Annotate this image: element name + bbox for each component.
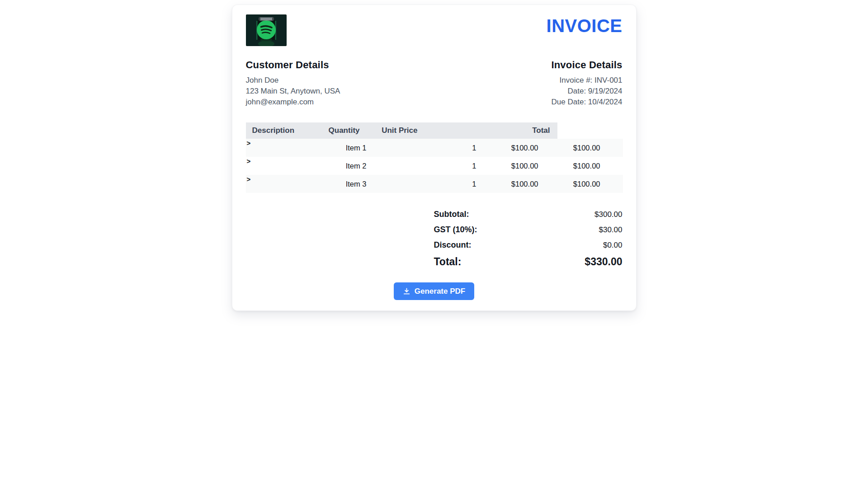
item-unit-price: $100.00 [484,180,546,188]
spotify-logo-icon [246,14,287,46]
invoice-due-date: Due Date: 10/4/2024 [551,97,622,108]
customer-email: john@example.com [246,97,340,108]
download-icon [403,287,410,295]
invoice-details-heading: Invoice Details [551,60,622,70]
customer-details-heading: Customer Details [246,60,340,70]
company-logo-image [246,14,287,46]
card-header: INVOICE [246,14,623,46]
item-unit-price: $100.00 [484,144,546,152]
item-description: Item 1 [268,144,374,152]
gst-label: GST (10%): [434,225,477,235]
button-row: Generate PDF [246,282,623,300]
item-quantity: 1 [374,162,484,170]
customer-details-block: Customer Details John Doe 123 Main St, A… [246,60,340,108]
discount-row: Discount: $0.00 [434,240,623,250]
generate-pdf-label: Generate PDF [415,287,465,296]
column-header-total: Total [425,126,557,135]
table-row: > Item 3 1 $100.00 $100.00 [246,175,623,193]
totals-section: Subtotal: $300.00 GST (10%): $30.00 Disc… [434,209,623,268]
grand-total-row: Total: $330.00 [434,255,623,268]
subtotal-row: Subtotal: $300.00 [434,209,623,220]
subtotal-label: Subtotal: [434,209,469,219]
row-expander-icon[interactable]: > [246,157,268,165]
column-header-unit-price: Unit Price [367,126,425,135]
invoice-card: INVOICE Customer Details John Doe 123 Ma… [232,5,637,311]
item-description: Item 2 [268,162,374,170]
page-background: INVOICE Customer Details John Doe 123 Ma… [0,5,868,488]
discount-label: Discount: [434,240,472,250]
customer-name: John Doe [246,75,340,86]
discount-value: $0.00 [603,240,623,250]
item-total: $100.00 [546,144,623,152]
table-row: > Item 2 1 $100.00 $100.00 [246,157,623,175]
grand-total-label: Total: [434,255,462,268]
page-title: INVOICE [547,14,623,37]
row-expander-icon[interactable]: > [246,175,268,183]
gst-row: GST (10%): $30.00 [434,225,623,235]
item-total: $100.00 [546,180,623,188]
generate-pdf-button[interactable]: Generate PDF [394,282,474,300]
grand-total-value: $330.00 [585,255,622,268]
invoice-date: Date: 9/19/2024 [551,86,622,97]
table-row: > Item 1 1 $100.00 $100.00 [246,139,623,157]
row-expander-icon[interactable]: > [246,139,268,147]
column-header-description: Description [246,126,309,135]
item-description: Item 3 [268,180,374,188]
invoice-details-block: Invoice Details Invoice #: INV-001 Date:… [551,60,622,108]
customer-address: 123 Main St, Anytown, USA [246,86,340,97]
subtotal-value: $300.00 [594,210,622,220]
item-quantity: 1 [374,180,484,188]
column-header-quantity: Quantity [309,126,367,135]
details-section: Customer Details John Doe 123 Main St, A… [246,60,623,108]
invoice-number: Invoice #: INV-001 [551,75,622,86]
item-total: $100.00 [546,162,623,170]
gst-value: $30.00 [599,225,623,235]
item-quantity: 1 [374,144,484,152]
item-unit-price: $100.00 [484,162,546,170]
items-table: Description Quantity Unit Price Total > … [246,122,623,193]
table-header-row: Description Quantity Unit Price Total [246,122,557,139]
